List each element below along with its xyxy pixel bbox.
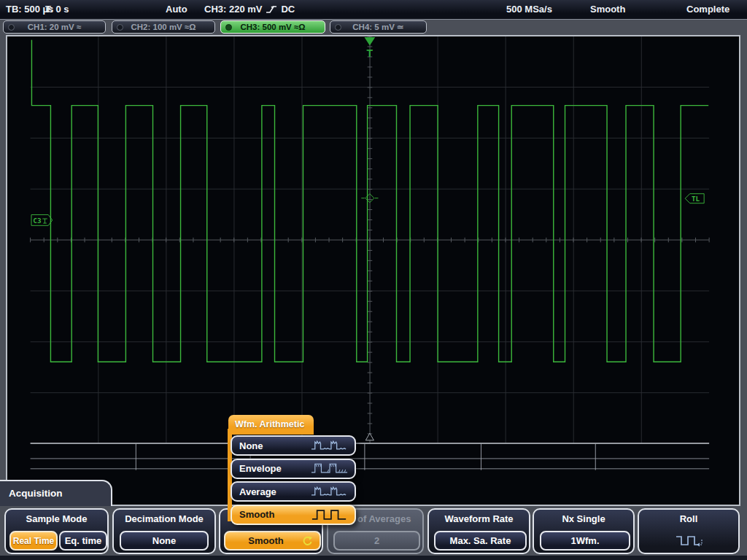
wfm-arithmetic-button[interactable]: Smooth (224, 531, 321, 551)
decimation-none-button[interactable]: None (120, 531, 209, 551)
panel-title: Decimation Mode (114, 513, 214, 524)
averages-value-button: 2 (333, 531, 420, 551)
tab-ch4[interactable]: CH4: 5 mV ≃ (330, 20, 427, 34)
result-table-lines (31, 443, 710, 470)
menu-tab-label: Acquisition (9, 488, 63, 499)
trigger-level-label: TL (692, 195, 700, 203)
trigger-coupling: DC (281, 0, 295, 19)
smooth-square-wave-icon (311, 508, 349, 522)
sample-rate-readout: 500 MSa/s (506, 0, 552, 19)
noisy-square-wave-icon (311, 438, 349, 453)
trigger-source-level: CH3: 220 mV (204, 0, 262, 19)
channel-marker-label: C3 (33, 217, 41, 225)
tab-ch3[interactable]: CH3: 500 mV ≈Ω (220, 20, 325, 34)
average-wave-icon (311, 484, 349, 499)
channel-label: CH2: 100 mV ≈Ω (131, 23, 196, 31)
panel-waveform-rate: Waveform Rate Max. Sa. Rate (427, 508, 530, 554)
channel-offset-tag[interactable]: C3 (31, 214, 53, 225)
channel-led (335, 24, 341, 31)
channel-label: CH3: 500 mV ≈Ω (240, 23, 305, 31)
trigger-position-marker[interactable] (364, 37, 375, 46)
channel-label: CH4: 5 mV ≃ (352, 22, 403, 32)
waveform-display: T C3 TL (6, 35, 740, 506)
popup-item-label: Envelope (239, 463, 282, 474)
popup-item-label: None (239, 440, 263, 451)
panel-title: Waveform Rate (429, 513, 529, 524)
trigger-level-tag[interactable]: TL (685, 194, 704, 203)
envelope-wave-icon (311, 462, 349, 476)
rotary-knob-icon (302, 536, 313, 547)
real-time-button[interactable]: Real Time (9, 531, 58, 551)
eq-time-button[interactable]: Eq. time (59, 531, 107, 551)
trigger-time-marker[interactable] (365, 433, 374, 440)
panel-roll[interactable]: Roll (638, 508, 740, 554)
trigger-settings-readout: CH3: 220 mV DC (204, 0, 295, 19)
trigger-mode-readout: Auto (166, 0, 187, 19)
rising-edge-icon (266, 4, 277, 15)
status-bar: TB: 500 µs T: 0 s Auto CH3: 220 mV DC 50… (0, 0, 747, 19)
channel-label: CH1: 20 mV ≈ (28, 23, 81, 31)
oscilloscope-screen: TB: 500 µs T: 0 s Auto CH3: 220 mV DC 50… (0, 0, 747, 560)
panel-decimation-mode: Decimation Mode None (112, 508, 216, 554)
tab-acquisition[interactable]: Acquisition (0, 480, 112, 506)
popup-item-envelope[interactable]: Envelope (231, 459, 356, 479)
panel-title: Roll (639, 513, 738, 524)
channel-led (117, 24, 123, 31)
popup-item-average[interactable]: Average (231, 481, 356, 502)
popup-title: Wfm. Arithmetic (228, 415, 314, 435)
tab-ch1[interactable]: CH1: 20 mV ≈ (3, 20, 106, 34)
popup-item-label: Smooth (239, 509, 274, 520)
tab-ch2[interactable]: CH2: 100 mV ≈Ω (112, 20, 215, 34)
panel-title: Sample Mode (6, 513, 107, 524)
waveform-rate-button[interactable]: Max. Sa. Rate (434, 531, 527, 551)
trigger-time-readout: T: 0 s (45, 0, 69, 19)
roll-waveform-icon (674, 532, 706, 550)
bottom-border (0, 556, 747, 560)
channel-tabs-row: CH1: 20 mV ≈ CH2: 100 mV ≈Ω CH3: 500 mV … (0, 19, 747, 35)
popup-item-smooth[interactable]: Smooth (231, 505, 356, 525)
wfm-arithmetic-value: Smooth (248, 535, 283, 546)
ground-icon (42, 219, 47, 223)
channel-led (8, 24, 15, 31)
popup-item-label: Average (239, 486, 276, 497)
graticule: T C3 TL (7, 36, 739, 505)
panel-nx-single: Nx Single 1Wfm. (533, 508, 635, 554)
channel-led (225, 24, 232, 31)
nx-single-button[interactable]: 1Wfm. (540, 531, 630, 551)
popup-item-none[interactable]: None (231, 435, 356, 456)
panel-sample-mode: Sample Mode Real Time Eq. time (4, 508, 109, 554)
acquisition-status: Complete (686, 0, 729, 19)
arithmetic-readout: Smooth (590, 0, 625, 19)
trigger-indicator-label: T (367, 47, 374, 59)
panel-title: Nx Single (534, 513, 633, 524)
